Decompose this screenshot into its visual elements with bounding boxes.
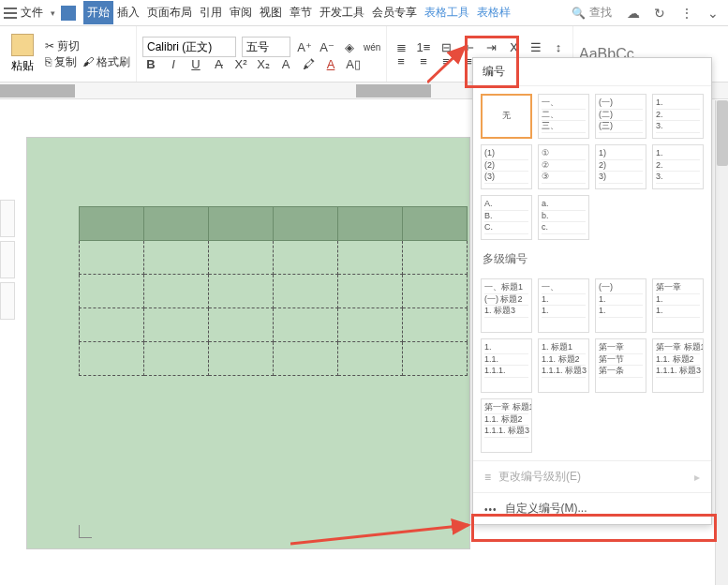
table-row[interactable] [80,342,468,376]
text-effects-icon[interactable]: A [277,57,294,71]
level-icon [484,471,491,484]
annotation-arrow-2 [290,497,487,553]
ribbon-tabs: 开始 插入 页面布局 引用 审阅 视图 章节 开发工具 会员专享 表格工具 表格… [83,1,514,24]
multilevel-section-label: 多级编号 [473,248,711,271]
file-dropdown-icon[interactable]: ▾ [51,8,55,18]
multilevel-numbering-grid: 一、标题1(一) 标题21. 标题3一、1.1.(一)1.1.第一章1.1.1.… [473,271,711,460]
vertical-scrollbar[interactable] [715,100,728,585]
underline-icon[interactable]: U [187,57,204,71]
tab-insert[interactable]: 插入 [113,1,143,24]
multilevel-option-4[interactable]: 1.1.1.1.1.1. [481,338,532,393]
scissors-icon [45,39,54,52]
search-icon: 🔍 [572,7,586,20]
numbering-option-none[interactable]: 无 [481,94,532,139]
svg-line-1 [290,525,468,544]
numbering-option-4[interactable]: ①②③ [538,144,589,189]
clear-format-icon[interactable]: ◈ [341,40,358,54]
clipboard-group: 剪切 复制 🖌格式刷 [39,26,137,82]
highlight-icon[interactable]: 🖍 [300,57,317,71]
more-icon[interactable]: ⋮ [680,6,693,21]
tab-chapters[interactable]: 章节 [286,1,316,24]
brush-icon: 🖌 [82,55,94,68]
copy-icon [45,55,52,68]
sidebar-tool-3[interactable] [0,282,15,320]
document-icon[interactable] [61,6,76,21]
hamburger-icon[interactable] [4,8,17,19]
numbering-dropdown-panel: 编号 无一、二、三、(一)(二)(三)1.2.3.(1)(2)(3)①②③1)2… [472,57,712,525]
tab-review[interactable]: 审阅 [226,1,256,24]
numbering-option-0[interactable]: 一、二、三、 [538,94,589,139]
paste-button[interactable]: 粘贴 [6,34,39,74]
chevron-down-icon[interactable]: ⌄ [707,6,719,21]
tab-developer[interactable]: 开发工具 [316,1,368,24]
paste-label: 粘贴 [11,58,34,74]
tab-references[interactable]: 引用 [196,1,226,24]
document-page[interactable] [26,137,470,549]
table-row[interactable] [80,207,468,241]
annotation-highlight-numbering [465,36,519,88]
subscript-icon[interactable]: X₂ [255,57,272,71]
chevron-right-icon: ▸ [694,471,700,484]
multilevel-option-2[interactable]: (一)1.1. [595,278,646,333]
superscript-icon[interactable]: X² [232,57,249,71]
scrollbar-thumb[interactable] [717,100,728,166]
numbering-option-5[interactable]: 1)2)3) [595,144,646,189]
copy-button[interactable]: 复制 [45,54,77,70]
multilevel-option-1[interactable]: 一、1.1. [538,278,589,333]
line-spacing-icon[interactable]: ↕ [550,40,567,54]
phonetic-guide-icon[interactable]: wén [364,42,380,52]
svg-line-0 [427,47,465,82]
menubar-right-icons: ☁ ↻ ⋮ ⌄ [621,6,724,21]
font-color-icon[interactable]: A [322,57,339,71]
char-shading-icon[interactable]: A▯ [345,57,362,71]
align-left-icon[interactable]: ≡ [393,54,409,68]
bold-icon[interactable]: B [142,57,159,71]
tab-view[interactable]: 视图 [256,1,286,24]
page-corner-mark [79,525,92,538]
tab-table-tools[interactable]: 表格工具 [421,1,473,24]
multilevel-option-8[interactable]: 第一章 标题11.1. 标题21.1.1. 标题3 [481,398,532,453]
multilevel-option-0[interactable]: 一、标题1(一) 标题21. 标题3 [481,278,532,333]
font-size-select[interactable] [242,37,290,57]
cloud-icon[interactable]: ☁ [627,6,640,21]
change-level-item: 更改编号级别(E) ▸ [473,460,711,492]
multilevel-option-5[interactable]: 1. 标题11.1. 标题21.1.1. 标题3 [538,338,589,393]
search-box[interactable]: 🔍 查找 [572,5,612,21]
decrease-font-icon[interactable]: A⁻ [319,40,335,54]
sidebar-tool-2[interactable] [0,241,15,278]
clipboard-icon [11,34,34,56]
tab-home[interactable]: 开始 [83,1,113,24]
left-side-toolbar [0,200,17,323]
strikethrough-icon[interactable]: A̶ [210,57,227,71]
numbering-option-2[interactable]: 1.2.3. [652,94,704,139]
numbering-option-7[interactable]: A.B.C. [481,195,532,240]
annotation-highlight-custom [471,514,717,542]
multilevel-option-3[interactable]: 第一章1.1. [652,278,704,333]
table-row[interactable] [80,275,468,308]
file-menu[interactable]: 文件 [21,5,43,21]
increase-font-icon[interactable]: A⁺ [296,40,313,54]
tab-table-style[interactable]: 表格样 [473,1,514,24]
numbering-option-8[interactable]: a.b.c. [538,195,589,240]
bullets-icon[interactable]: ≣ [393,40,409,54]
align-icon[interactable]: ☰ [527,40,544,54]
multilevel-option-6[interactable]: 第一章第一节第一条 [595,338,646,393]
numbering-option-3[interactable]: (1)(2)(3) [481,144,532,189]
tab-member[interactable]: 会员专享 [368,1,421,24]
cut-button[interactable]: 剪切 [45,38,80,54]
content-table[interactable] [79,206,468,376]
sidebar-tool-1[interactable] [0,200,15,237]
menubar: 文件 ▾ 开始 插入 页面布局 引用 审阅 视图 章节 开发工具 会员专享 表格… [0,0,728,26]
numbering-option-1[interactable]: (一)(二)(三) [595,94,646,139]
numbering-option-6[interactable]: 1.2.3. [652,144,704,189]
italic-icon[interactable]: I [165,57,182,71]
font-name-select[interactable] [142,37,236,57]
format-painter-button[interactable]: 🖌格式刷 [82,54,130,70]
multilevel-option-7[interactable]: 第一章 标题11.1. 标题21.1.1. 标题3 [652,338,704,393]
table-row[interactable] [80,308,468,342]
search-label: 查找 [589,5,612,21]
table-row[interactable] [80,241,468,275]
simple-numbering-grid: 无一、二、三、(一)(二)(三)1.2.3.(1)(2)(3)①②③1)2)3)… [473,86,711,248]
sync-icon[interactable]: ↻ [654,6,665,21]
tab-layout[interactable]: 页面布局 [143,1,196,24]
